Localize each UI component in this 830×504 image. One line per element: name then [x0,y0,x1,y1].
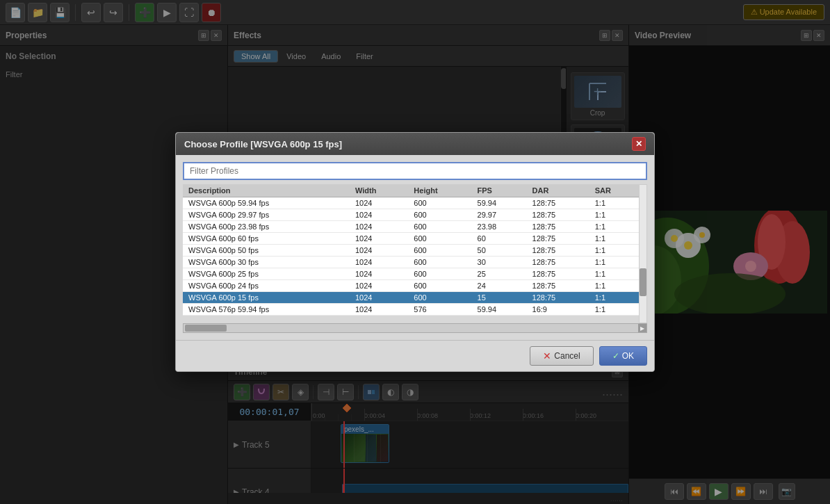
table-row[interactable]: WSVGA 600p 15 fps 1024 600 15 128:75 1:1 [183,292,639,304]
cell-height: 600 [408,292,471,304]
cell-dar: 128:75 [527,233,589,245]
cell-dar: 128:75 [527,245,589,257]
cancel-icon: ✕ [543,350,551,361]
cell-dar: 128:75 [527,209,589,221]
cell-fps: 30 [472,257,527,268]
cell-dar: 128:75 [527,292,589,304]
cell-width: 1024 [350,209,408,221]
cell-fps: 50 [472,245,527,257]
table-row[interactable]: WSVGA 600p 59.94 fps 1024 600 59.94 128:… [183,197,639,209]
table-row[interactable]: WSVGA 600p 24 fps 1024 600 24 128:75 1:1 [183,280,639,292]
cell-dar: 128:75 [527,221,589,233]
col-sar: SAR [589,184,639,197]
cell-width: 1024 [350,197,408,209]
table-row[interactable]: WSVGA 600p 29.97 fps 1024 600 29.97 128:… [183,209,639,221]
ok-label: OK [622,351,634,361]
cell-fps: 59.94 [472,304,527,316]
cell-fps: 15 [472,292,527,304]
cell-width: 1024 [350,268,408,280]
cell-desc: WSVGA 600p 59.94 fps [183,197,350,209]
col-width: Width [350,184,408,197]
cell-dar: 128:75 [527,280,589,292]
cell-width: 1024 [350,304,408,316]
cell-fps: 24 [472,280,527,292]
cell-sar: 1:1 [589,292,639,304]
cell-width: 1024 [350,280,408,292]
table-row[interactable]: WSVGA 576p 59.94 fps 1024 576 59.94 16:9… [183,304,639,316]
cell-desc: WSVGA 600p 23.98 fps [183,221,350,233]
cell-sar: 1:1 [589,245,639,257]
h-scroll-right-btn[interactable]: ▶ [638,324,646,332]
profile-tbody: WSVGA 600p 59.94 fps 1024 600 59.94 128:… [183,197,639,316]
cell-height: 600 [408,221,471,233]
table-with-scrollbar: Description Width Height FPS DAR SAR WSV… [183,184,647,323]
table-h-scroll-thumb[interactable] [185,325,227,332]
cell-height: 600 [408,268,471,280]
table-row[interactable]: WSVGA 600p 30 fps 1024 600 30 128:75 1:1 [183,257,639,268]
ok-button[interactable]: ✓ OK [599,346,647,366]
profile-table-container: Description Width Height FPS DAR SAR WSV… [183,184,647,323]
table-v-scrollbar[interactable] [639,184,647,323]
cell-width: 1024 [350,257,408,268]
cell-desc: WSVGA 600p 60 fps [183,233,350,245]
profile-table-scroll[interactable]: Description Width Height FPS DAR SAR WSV… [183,184,639,323]
cell-height: 600 [408,233,471,245]
cell-sar: 1:1 [589,304,639,316]
table-row[interactable]: WSVGA 600p 23.98 fps 1024 600 23.98 128:… [183,221,639,233]
dialog-footer: ✕ Cancel ✓ OK [176,340,654,371]
cell-height: 600 [408,209,471,221]
cell-dar: 128:75 [527,268,589,280]
cell-fps: 59.94 [472,197,527,209]
cancel-button[interactable]: ✕ Cancel [530,346,593,366]
cell-height: 600 [408,245,471,257]
cell-desc: WSVGA 600p 15 fps [183,292,350,304]
cell-width: 1024 [350,233,408,245]
dialog-close-btn[interactable]: ✕ [632,137,646,151]
table-scroll-thumb[interactable] [640,268,646,296]
cell-desc: WSVGA 600p 29.97 fps [183,209,350,221]
dialog-titlebar: Choose Profile [WSVGA 600p 15 fps] ✕ [176,133,654,155]
col-fps: FPS [472,184,527,197]
cell-fps: 23.98 [472,221,527,233]
cell-desc: WSVGA 600p 25 fps [183,268,350,280]
cell-sar: 1:1 [589,268,639,280]
col-height: Height [408,184,471,197]
cell-height: 600 [408,257,471,268]
dialog-overlay: Choose Profile [WSVGA 600p 15 fps] ✕ 414… [0,0,830,504]
choose-profile-dialog: Choose Profile [WSVGA 600p 15 fps] ✕ 414… [175,132,655,372]
col-description: Description [183,184,350,197]
profile-table: Description Width Height FPS DAR SAR WSV… [183,184,639,316]
filter-profiles-input[interactable] [183,162,647,180]
cell-width: 1024 [350,292,408,304]
cell-width: 1024 [350,221,408,233]
cell-height: 600 [408,197,471,209]
cell-sar: 1:1 [589,197,639,209]
cell-desc: WSVGA 600p 50 fps [183,245,350,257]
filter-input-wrapper: 414 [183,162,647,184]
cell-sar: 1:1 [589,280,639,292]
col-dar: DAR [527,184,589,197]
cell-fps: 25 [472,268,527,280]
cell-sar: 1:1 [589,209,639,221]
cell-dar: 128:75 [527,257,589,268]
table-row[interactable]: WSVGA 600p 25 fps 1024 600 25 128:75 1:1 [183,268,639,280]
cell-height: 576 [408,304,471,316]
cell-dar: 128:75 [527,197,589,209]
table-row[interactable]: WSVGA 600p 50 fps 1024 600 50 128:75 1:1 [183,245,639,257]
cell-sar: 1:1 [589,257,639,268]
cell-dar: 16:9 [527,304,589,316]
ok-check-icon: ✓ [612,351,619,361]
cell-fps: 29.97 [472,209,527,221]
dialog-title: Choose Profile [WSVGA 600p 15 fps] [184,139,342,149]
cell-sar: 1:1 [589,233,639,245]
cell-sar: 1:1 [589,221,639,233]
cell-fps: 60 [472,233,527,245]
cell-desc: WSVGA 600p 30 fps [183,257,350,268]
cell-width: 1024 [350,245,408,257]
dialog-body: 414 Description Width Height FPS [176,155,654,340]
table-h-scrollbar[interactable]: ▶ [183,323,647,333]
cell-desc: WSVGA 576p 59.94 fps [183,304,350,316]
cell-desc: WSVGA 600p 24 fps [183,280,350,292]
table-row[interactable]: WSVGA 600p 60 fps 1024 600 60 128:75 1:1 [183,233,639,245]
cancel-label: Cancel [554,351,580,361]
